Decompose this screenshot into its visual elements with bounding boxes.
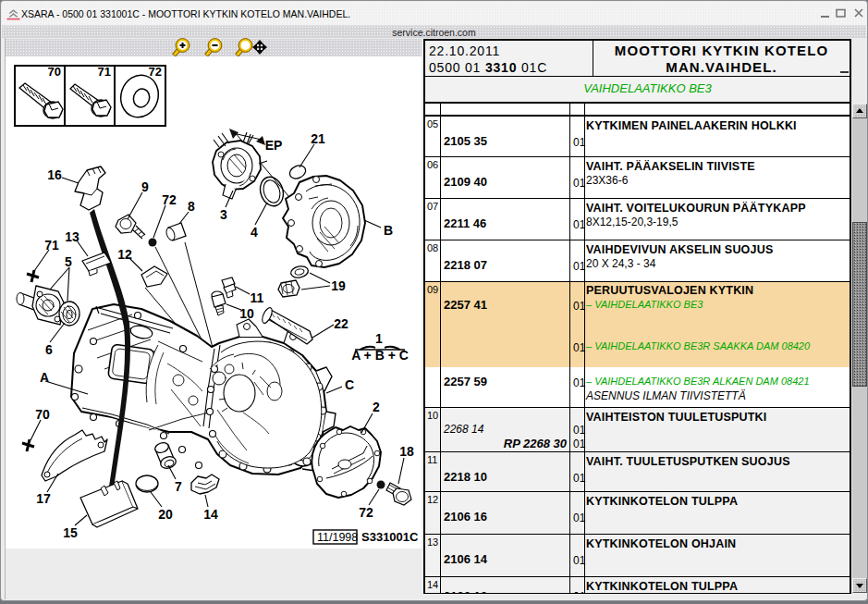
svg-text:16: 16	[47, 167, 62, 182]
svg-text:C: C	[345, 377, 354, 392]
svg-text:A + B + C: A + B + C	[351, 348, 409, 363]
svg-text:8: 8	[188, 199, 195, 214]
svg-text:72: 72	[149, 65, 162, 79]
svg-text:B: B	[384, 223, 393, 238]
svg-text:71: 71	[44, 238, 59, 253]
svg-text:22: 22	[334, 316, 348, 331]
svg-text:15: 15	[63, 525, 78, 540]
svg-text:71: 71	[98, 65, 111, 79]
svg-text:13: 13	[65, 229, 79, 244]
svg-text:A: A	[40, 370, 49, 385]
svg-text:6: 6	[45, 342, 53, 357]
svg-text:7: 7	[175, 479, 182, 494]
svg-text:1: 1	[375, 331, 383, 346]
svg-text:10: 10	[239, 306, 254, 321]
svg-text:S331001C: S331001C	[361, 530, 419, 544]
svg-text:19: 19	[331, 278, 346, 293]
svg-text:5: 5	[65, 254, 72, 269]
svg-text:20: 20	[158, 507, 173, 522]
svg-text:11: 11	[251, 290, 264, 305]
svg-text:11/1998: 11/1998	[317, 531, 358, 544]
svg-text:EP: EP	[265, 138, 283, 153]
svg-text:17: 17	[36, 491, 51, 506]
svg-text:12: 12	[117, 247, 132, 262]
svg-text:14: 14	[203, 507, 218, 522]
svg-text:9: 9	[141, 179, 149, 194]
svg-text:3: 3	[220, 207, 227, 222]
svg-text:72: 72	[162, 192, 177, 207]
svg-text:72: 72	[359, 505, 373, 520]
svg-text:21: 21	[311, 131, 325, 146]
svg-text:2: 2	[373, 400, 380, 414]
svg-text:70: 70	[35, 407, 50, 422]
svg-text:18: 18	[399, 444, 414, 459]
svg-text:70: 70	[48, 65, 61, 79]
svg-text:4: 4	[251, 225, 258, 240]
